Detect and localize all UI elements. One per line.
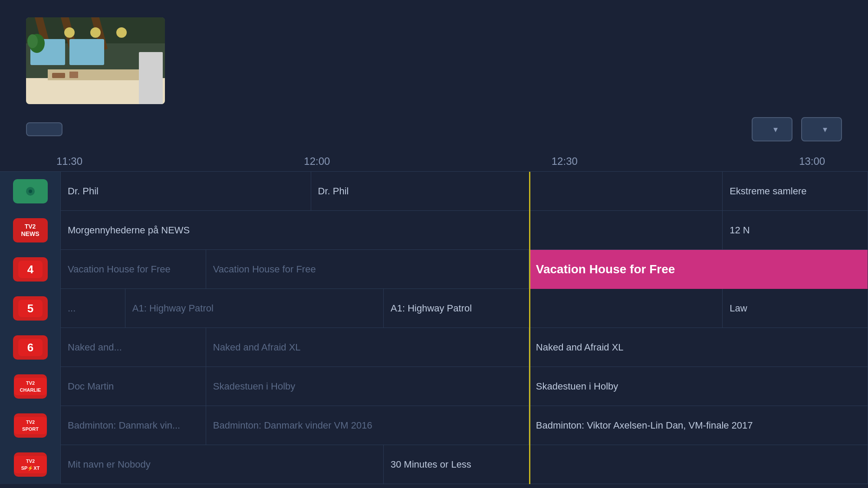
time-marker (529, 328, 530, 367)
channel-row-k6-ch[interactable]: 6Naked and...Naked and Afraid XLNaked an… (0, 328, 868, 367)
channel-row-tv2spaxt-ch[interactable]: TV2SP⚡XTMit navn er Nobody30 Minutes or … (0, 445, 868, 484)
program-block-4-1[interactable]: Naked and Afraid XL (206, 328, 529, 367)
program-block-5-1[interactable]: Skadestuen i Holby (206, 367, 529, 406)
program-block-0-1[interactable]: Dr. Phil (311, 172, 723, 211)
pagination (0, 484, 868, 488)
svg-text:CHARLIE: CHARLIE (20, 387, 41, 393)
logo-box-k5-ch: 5 (13, 296, 48, 321)
svg-text:SPORT: SPORT (22, 426, 39, 432)
thumbnail-image (26, 17, 165, 104)
program-block-4-0[interactable]: Naked and... (61, 328, 206, 367)
svg-rect-6 (69, 39, 104, 65)
channel-logo-k4-ch: 4 (0, 250, 61, 289)
time-marker (529, 406, 530, 445)
program-block-0-2[interactable]: Ekstreme samlere (723, 172, 868, 211)
svg-point-11 (90, 27, 101, 38)
logo-box-tv2news-ch: TV2 NEWS (13, 218, 48, 242)
time-mark-1130: 11:30 (56, 155, 82, 167)
channel-row-k5-ch[interactable]: 5...A1: Highway PatrolA1: Highway Patrol… (0, 289, 868, 328)
program-block-3-2[interactable]: A1: Highway Patrol (384, 289, 723, 328)
svg-rect-15 (52, 73, 65, 78)
svg-point-12 (116, 27, 127, 38)
time-marker (529, 211, 530, 250)
time-marker (529, 367, 530, 406)
program-info (182, 17, 842, 27)
channel-logo-tv2news-ch: TV2 NEWS (0, 211, 61, 250)
program-thumbnail (26, 17, 165, 104)
svg-text:SP⚡XT: SP⚡XT (21, 465, 39, 471)
program-block-1-1[interactable]: 12 N (723, 211, 868, 250)
channel-row-drphil-ch[interactable]: Dr. PhilDr. PhilEkstreme samlere (0, 172, 868, 211)
logo-box-tv2sport-ch: TV2SPORT (14, 413, 47, 438)
programs-k6-ch: Naked and...Naked and Afraid XLNaked and… (61, 328, 868, 367)
svg-text:6: 6 (27, 341, 33, 354)
svg-point-19 (29, 190, 32, 193)
programs-tv2news-ch: Morgennyhederne på NEWS12 N (61, 211, 868, 250)
time-marker (529, 289, 530, 328)
program-block-4-2[interactable]: Naked and Afraid XL (529, 328, 868, 367)
program-block-3-0[interactable]: ... (61, 289, 125, 328)
channel-logo-drphil-ch (0, 172, 61, 211)
program-block-2-1[interactable]: Vacation House for Free (206, 250, 529, 289)
svg-text:4: 4 (27, 263, 33, 276)
timeline-header: 11:30 12:00 12:30 13:00 (0, 150, 868, 172)
program-block-6-2[interactable]: Badminton: Viktor Axelsen-Lin Dan, VM-fi… (529, 406, 868, 445)
svg-text:TV2: TV2 (26, 419, 34, 425)
now-button[interactable] (26, 122, 62, 136)
logo-box-drphil-ch (13, 179, 48, 203)
programs-drphil-ch: Dr. PhilDr. PhilEkstreme samlere (61, 172, 868, 211)
programs-tv2charlie-ch: Doc MartinSkadestuen i HolbySkadestuen i… (61, 367, 868, 406)
svg-text:5: 5 (27, 302, 33, 315)
program-block-2-2[interactable]: Vacation House for Free (529, 250, 868, 289)
channel-row-tv2sport-ch[interactable]: TV2SPORTBadminton: Danmark vin...Badmint… (0, 406, 868, 445)
program-block-3-3[interactable]: Law (723, 289, 868, 328)
program-block-6-0[interactable]: Badminton: Danmark vin... (61, 406, 206, 445)
program-block-1-0[interactable]: Morgennyhederne på NEWS (61, 211, 723, 250)
programs-k5-ch: ...A1: Highway PatrolA1: Highway PatrolL… (61, 289, 868, 328)
svg-point-10 (64, 27, 75, 38)
program-block-0-0[interactable]: Dr. Phil (61, 172, 311, 211)
program-block-7-1[interactable]: 30 Minutes or Less (384, 445, 868, 484)
programs-tv2sport-ch: Badminton: Danmark vin...Badminton: Danm… (61, 406, 868, 445)
time-marker (529, 445, 530, 484)
channel-logo-k5-ch: 5 (0, 289, 61, 328)
time-range-chevron-icon: ▾ (773, 124, 778, 134)
channel-row-k4-ch[interactable]: 4Vacation House for FreeVacation House f… (0, 250, 868, 289)
program-block-2-0[interactable]: Vacation House for Free (61, 250, 206, 289)
program-block-6-1[interactable]: Badminton: Danmark vinder VM 2016 (206, 406, 529, 445)
svg-rect-16 (69, 72, 78, 78)
controls-bar: ▾ ▾ (0, 117, 868, 141)
channel-logo-tv2spaxt-ch: TV2SP⚡XT (0, 445, 61, 484)
program-block-3-1[interactable]: A1: Highway Patrol (125, 289, 384, 328)
program-block-5-2[interactable]: Skadestuen i Holby (529, 367, 868, 406)
svg-point-14 (27, 34, 38, 48)
time-mark-1230: 12:30 (552, 155, 578, 167)
time-range-button[interactable]: ▾ (752, 117, 792, 141)
svg-text:TV2: TV2 (26, 380, 34, 386)
logo-box-k4-ch: 4 (13, 257, 48, 282)
channel-row-tv2charlie-ch[interactable]: TV2CHARLIEDoc MartinSkadestuen i HolbySk… (0, 367, 868, 406)
programs-k4-ch: Vacation House for FreeVacation House fo… (61, 250, 868, 289)
svg-rect-9 (139, 52, 163, 104)
programs-tv2spaxt-ch: Mit navn er Nobody30 Minutes or Less (61, 445, 868, 484)
top-section (0, 0, 868, 117)
program-block-7-0[interactable]: Mit navn er Nobody (61, 445, 384, 484)
channel-row-tv2news-ch[interactable]: TV2 NEWSMorgennyhederne på NEWS12 N (0, 211, 868, 250)
logo-box-tv2spaxt-ch: TV2SP⚡XT (14, 452, 47, 477)
time-marks: 11:30 12:00 12:30 13:00 (69, 150, 868, 171)
program-block-5-0[interactable]: Doc Martin (61, 367, 206, 406)
time-mark-1200: 12:00 (304, 155, 330, 167)
channel-grid: Dr. PhilDr. PhilEkstreme samlereTV2 NEWS… (0, 172, 868, 484)
svg-text:TV2: TV2 (26, 459, 34, 464)
time-marker (529, 172, 530, 211)
logo-box-tv2charlie-ch: TV2CHARLIE (14, 374, 47, 399)
day-button[interactable]: ▾ (801, 117, 842, 141)
day-chevron-icon: ▾ (823, 124, 827, 134)
channel-logo-tv2charlie-ch: TV2CHARLIE (0, 367, 61, 406)
time-mark-1300: 13:00 (799, 155, 825, 167)
logo-box-k6-ch: 6 (13, 335, 48, 360)
channel-logo-tv2sport-ch: TV2SPORT (0, 406, 61, 445)
time-marker (529, 250, 530, 289)
channel-logo-k6-ch: 6 (0, 328, 61, 367)
